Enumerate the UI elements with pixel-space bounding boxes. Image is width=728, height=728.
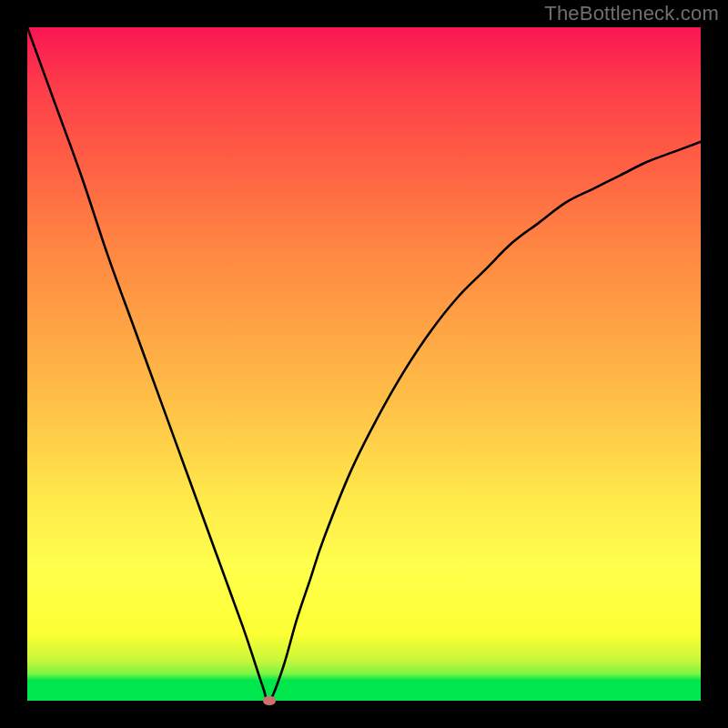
bottleneck-curve	[27, 27, 701, 702]
minimum-marker	[263, 696, 276, 705]
plot-area	[27, 27, 701, 701]
chart-frame: TheBottleneck.com	[0, 0, 728, 728]
watermark-text: TheBottleneck.com	[544, 2, 719, 25]
curve-svg	[27, 27, 701, 701]
